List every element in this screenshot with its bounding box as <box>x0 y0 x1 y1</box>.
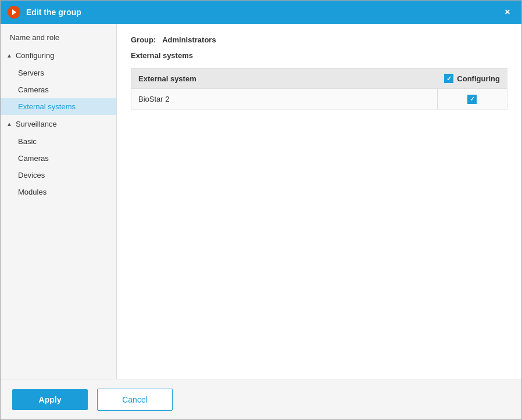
sidebar-item-modules[interactable]: Modules <box>1 184 116 200</box>
sidebar-item-devices[interactable]: Devices <box>1 167 116 184</box>
sidebar-item-external-systems[interactable]: External systems <box>1 98 116 115</box>
sidebar-item-name-and-role[interactable]: Name and role <box>1 28 116 46</box>
header-configuring-checkbox[interactable] <box>444 74 453 83</box>
cell-system-name: BioStar 2 <box>131 89 438 110</box>
col-header-system: External system <box>131 69 438 89</box>
chevron-up-icon: ▲ <box>6 52 12 59</box>
main-content: Group: Administrators External systems E… <box>117 24 521 379</box>
edit-group-dialog: Edit the group × Name and role ▲ Configu… <box>0 0 522 420</box>
sidebar: Name and role ▲ Configuring Servers Came… <box>1 24 117 379</box>
cell-configuring-check <box>437 89 507 110</box>
table-header-row: External system Configuring <box>131 69 507 89</box>
sidebar-surveillance-label: Surveillance <box>16 120 57 128</box>
cancel-button[interactable]: Cancel <box>97 389 173 411</box>
svg-marker-0 <box>12 9 16 15</box>
sidebar-item-basic[interactable]: Basic <box>1 133 116 150</box>
sidebar-section-configuring[interactable]: ▲ Configuring <box>1 46 116 64</box>
sidebar-section-surveillance[interactable]: ▲ Surveillance <box>1 115 116 133</box>
close-button[interactable]: × <box>500 5 514 19</box>
app-icon <box>8 6 20 19</box>
sidebar-item-cameras-surveillance[interactable]: Cameras <box>1 150 116 167</box>
sidebar-item-servers[interactable]: Servers <box>1 64 116 81</box>
table-row: BioStar 2 <box>131 89 507 110</box>
apply-button[interactable]: Apply <box>12 389 88 410</box>
chevron-up-icon-surveillance: ▲ <box>6 121 12 127</box>
sidebar-item-cameras-configuring[interactable]: Cameras <box>1 81 116 98</box>
dialog-title: Edit the group <box>26 8 500 17</box>
group-label: Group: Administrators <box>131 35 507 44</box>
footer: Apply Cancel <box>1 379 521 419</box>
col-header-configuring: Configuring <box>437 69 507 89</box>
sidebar-configuring-label: Configuring <box>16 51 55 60</box>
row-configuring-checkbox[interactable] <box>467 95 477 104</box>
title-bar: Edit the group × <box>1 1 521 24</box>
dialog-body: Name and role ▲ Configuring Servers Came… <box>1 24 521 379</box>
group-name: Administrators <box>162 35 216 44</box>
col-header-configuring-label: Configuring <box>457 74 500 83</box>
external-systems-table: External system Configuring BioStar 2 <box>131 68 507 110</box>
group-prefix: Group: <box>131 35 156 44</box>
section-title: External systems <box>131 51 507 60</box>
